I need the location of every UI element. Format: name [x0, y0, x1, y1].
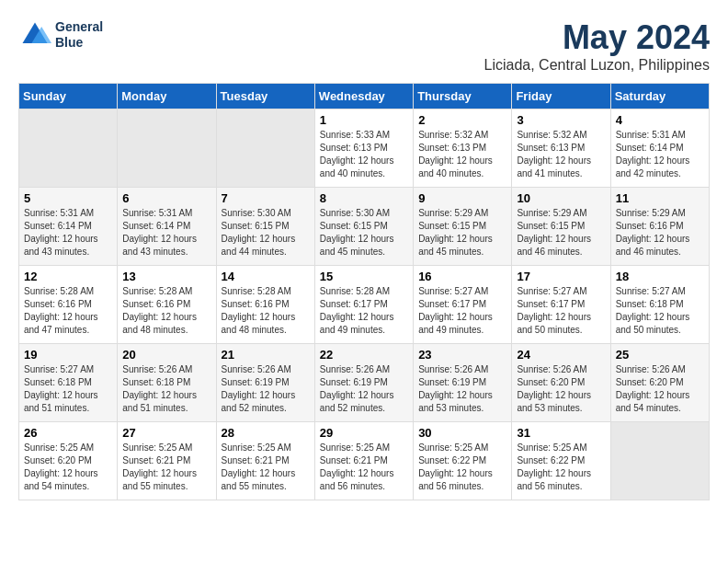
day-info: Sunrise: 5:25 AMSunset: 6:22 PMDaylight:… [517, 442, 605, 493]
day-number: 14 [222, 270, 310, 283]
calendar-cell: 3Sunrise: 5:32 AMSunset: 6:13 PMDaylight… [512, 109, 610, 188]
calendar-week-row: 5Sunrise: 5:31 AMSunset: 6:14 PMDaylight… [19, 188, 710, 266]
day-of-week-header: Thursday [414, 84, 512, 109]
day-number: 15 [320, 270, 408, 283]
day-info: Sunrise: 5:32 AMSunset: 6:13 PMDaylight:… [517, 129, 605, 180]
calendar-cell: 17Sunrise: 5:27 AMSunset: 6:17 PMDayligh… [512, 266, 610, 344]
day-info: Sunrise: 5:25 AMSunset: 6:22 PMDaylight:… [418, 442, 506, 493]
calendar-cell: 6Sunrise: 5:31 AMSunset: 6:14 PMDaylight… [118, 188, 216, 266]
calendar-cell: 7Sunrise: 5:30 AMSunset: 6:15 PMDaylight… [216, 188, 314, 266]
logo-text: General Blue [55, 19, 103, 51]
day-number: 10 [517, 191, 605, 205]
logo-icon [18, 18, 51, 52]
day-number: 22 [320, 348, 408, 362]
day-info: Sunrise: 5:28 AMSunset: 6:16 PMDaylight:… [222, 285, 310, 337]
day-info: Sunrise: 5:29 AMSunset: 6:15 PMDaylight:… [418, 207, 506, 259]
day-number: 6 [122, 191, 210, 205]
day-of-week-header: Sunday [19, 84, 118, 109]
calendar-cell: 28Sunrise: 5:25 AMSunset: 6:21 PMDayligh… [216, 422, 314, 500]
day-number: 3 [517, 113, 605, 127]
day-info: Sunrise: 5:31 AMSunset: 6:14 PMDaylight:… [24, 207, 112, 259]
day-info: Sunrise: 5:28 AMSunset: 6:16 PMDaylight:… [122, 285, 210, 337]
day-info: Sunrise: 5:27 AMSunset: 6:18 PMDaylight:… [616, 285, 704, 337]
calendar-cell: 25Sunrise: 5:26 AMSunset: 6:20 PMDayligh… [610, 344, 709, 422]
day-info: Sunrise: 5:33 AMSunset: 6:13 PMDaylight:… [320, 129, 408, 180]
day-number: 9 [418, 191, 506, 205]
calendar-week-row: 12Sunrise: 5:28 AMSunset: 6:16 PMDayligh… [19, 266, 710, 344]
day-number: 25 [616, 348, 704, 362]
calendar-cell [118, 109, 216, 188]
calendar-cell: 5Sunrise: 5:31 AMSunset: 6:14 PMDaylight… [19, 188, 118, 266]
day-info: Sunrise: 5:26 AMSunset: 6:20 PMDaylight:… [517, 363, 605, 415]
day-number: 18 [616, 270, 704, 283]
calendar-cell: 23Sunrise: 5:26 AMSunset: 6:19 PMDayligh… [414, 344, 512, 422]
day-info: Sunrise: 5:26 AMSunset: 6:19 PMDaylight:… [320, 363, 408, 415]
day-info: Sunrise: 5:25 AMSunset: 6:20 PMDaylight:… [24, 442, 112, 493]
calendar-cell: 31Sunrise: 5:25 AMSunset: 6:22 PMDayligh… [512, 422, 610, 500]
day-info: Sunrise: 5:30 AMSunset: 6:15 PMDaylight:… [222, 207, 310, 259]
day-number: 20 [122, 348, 210, 362]
header: General Blue May 2024 Liciada, Central L… [18, 18, 710, 74]
calendar-cell [216, 109, 314, 188]
day-number: 8 [320, 191, 408, 205]
calendar-cell: 27Sunrise: 5:25 AMSunset: 6:21 PMDayligh… [118, 422, 216, 500]
calendar-cell: 22Sunrise: 5:26 AMSunset: 6:19 PMDayligh… [314, 344, 413, 422]
day-number: 1 [320, 113, 408, 127]
day-number: 16 [418, 270, 506, 283]
day-info: Sunrise: 5:28 AMSunset: 6:16 PMDaylight:… [24, 285, 112, 337]
calendar-cell: 8Sunrise: 5:30 AMSunset: 6:15 PMDaylight… [314, 188, 413, 266]
calendar-cell: 10Sunrise: 5:29 AMSunset: 6:15 PMDayligh… [512, 188, 610, 266]
calendar-cell: 13Sunrise: 5:28 AMSunset: 6:16 PMDayligh… [118, 266, 216, 344]
day-info: Sunrise: 5:31 AMSunset: 6:14 PMDaylight:… [122, 207, 210, 259]
day-info: Sunrise: 5:30 AMSunset: 6:15 PMDaylight:… [320, 207, 408, 259]
day-number: 30 [418, 426, 506, 440]
calendar-cell [19, 109, 118, 188]
calendar-cell: 14Sunrise: 5:28 AMSunset: 6:16 PMDayligh… [216, 266, 314, 344]
title-section: May 2024 Liciada, Central Luzon, Philipp… [484, 18, 710, 74]
day-number: 13 [122, 270, 210, 283]
day-number: 24 [517, 348, 605, 362]
day-of-week-header: Tuesday [216, 84, 314, 109]
day-info: Sunrise: 5:26 AMSunset: 6:19 PMDaylight:… [418, 363, 506, 415]
day-info: Sunrise: 5:27 AMSunset: 6:17 PMDaylight:… [517, 285, 605, 337]
calendar-cell: 18Sunrise: 5:27 AMSunset: 6:18 PMDayligh… [610, 266, 709, 344]
day-of-week-header: Saturday [610, 84, 709, 109]
calendar-header-row: SundayMondayTuesdayWednesdayThursdayFrid… [19, 84, 710, 109]
calendar-week-row: 1Sunrise: 5:33 AMSunset: 6:13 PMDaylight… [19, 109, 710, 188]
calendar-cell: 2Sunrise: 5:32 AMSunset: 6:13 PMDaylight… [414, 109, 512, 188]
logo: General Blue [18, 18, 103, 52]
day-info: Sunrise: 5:28 AMSunset: 6:17 PMDaylight:… [320, 285, 408, 337]
day-info: Sunrise: 5:25 AMSunset: 6:21 PMDaylight:… [222, 442, 310, 493]
calendar-cell: 21Sunrise: 5:26 AMSunset: 6:19 PMDayligh… [216, 344, 314, 422]
calendar-cell: 26Sunrise: 5:25 AMSunset: 6:20 PMDayligh… [19, 422, 118, 500]
day-number: 5 [24, 191, 112, 205]
day-number: 26 [24, 426, 112, 440]
day-info: Sunrise: 5:26 AMSunset: 6:18 PMDaylight:… [122, 363, 210, 415]
day-info: Sunrise: 5:31 AMSunset: 6:14 PMDaylight:… [616, 129, 704, 180]
day-number: 2 [418, 113, 506, 127]
day-number: 29 [320, 426, 408, 440]
calendar-cell: 15Sunrise: 5:28 AMSunset: 6:17 PMDayligh… [314, 266, 413, 344]
day-info: Sunrise: 5:32 AMSunset: 6:13 PMDaylight:… [418, 129, 506, 180]
calendar-cell [610, 422, 709, 500]
day-info: Sunrise: 5:25 AMSunset: 6:21 PMDaylight:… [320, 442, 408, 493]
calendar-cell: 30Sunrise: 5:25 AMSunset: 6:22 PMDayligh… [414, 422, 512, 500]
day-number: 28 [222, 426, 310, 440]
day-info: Sunrise: 5:27 AMSunset: 6:18 PMDaylight:… [24, 363, 112, 415]
main-title: May 2024 [484, 18, 710, 57]
calendar-cell: 11Sunrise: 5:29 AMSunset: 6:16 PMDayligh… [610, 188, 709, 266]
day-number: 7 [222, 191, 310, 205]
day-number: 31 [517, 426, 605, 440]
day-number: 19 [24, 348, 112, 362]
day-number: 11 [616, 191, 704, 205]
calendar-body: 1Sunrise: 5:33 AMSunset: 6:13 PMDaylight… [19, 109, 710, 500]
calendar-week-row: 19Sunrise: 5:27 AMSunset: 6:18 PMDayligh… [19, 344, 710, 422]
calendar-cell: 12Sunrise: 5:28 AMSunset: 6:16 PMDayligh… [19, 266, 118, 344]
day-of-week-header: Monday [118, 84, 216, 109]
day-number: 4 [616, 113, 704, 127]
day-info: Sunrise: 5:27 AMSunset: 6:17 PMDaylight:… [418, 285, 506, 337]
calendar-cell: 4Sunrise: 5:31 AMSunset: 6:14 PMDaylight… [610, 109, 709, 188]
day-info: Sunrise: 5:29 AMSunset: 6:16 PMDaylight:… [616, 207, 704, 259]
calendar-week-row: 26Sunrise: 5:25 AMSunset: 6:20 PMDayligh… [19, 422, 710, 500]
subtitle: Liciada, Central Luzon, Philippines [484, 57, 710, 74]
